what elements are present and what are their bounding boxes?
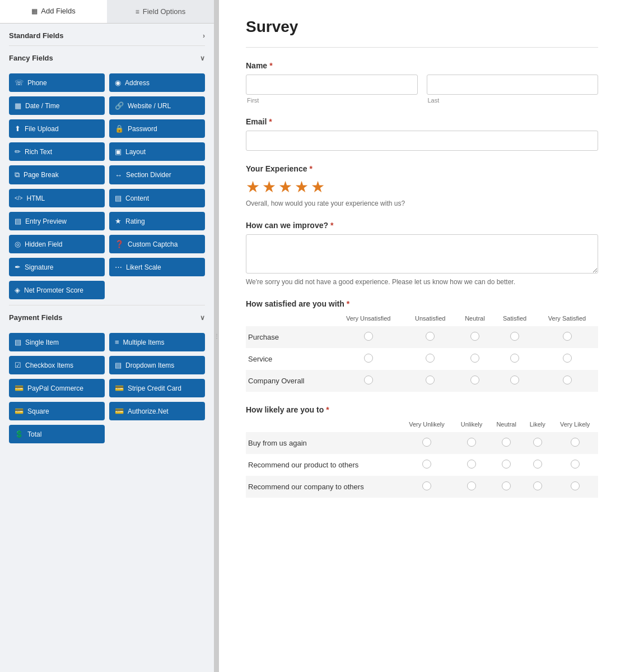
likely-table: Very Unlikely Unlikely Neutral Likely Ve… bbox=[246, 419, 598, 498]
radio-satisfied-2-2[interactable] bbox=[470, 376, 479, 384]
improve-textarea[interactable] bbox=[246, 234, 598, 274]
tab-add-fields[interactable]: ▦ Add Fields bbox=[0, 0, 107, 23]
field-btn-total[interactable]: 💲 Total bbox=[9, 425, 105, 443]
improve-required: * bbox=[330, 221, 333, 230]
fancy-fields-chevron[interactable]: ∨ bbox=[200, 54, 205, 62]
radio-satisfied-1-2[interactable] bbox=[470, 354, 479, 363]
field-btn-datetime[interactable]: ▦ Date / Time bbox=[9, 96, 105, 115]
field-btn-stripe[interactable]: 💳 Stripe Credit Card bbox=[109, 379, 205, 397]
page-break-icon: ⧉ bbox=[15, 170, 20, 179]
field-btn-authorizenet[interactable]: 💳 Authorize.Net bbox=[109, 402, 205, 420]
star-3[interactable]: ★ bbox=[278, 178, 292, 196]
radio-likely-1-1[interactable] bbox=[467, 460, 476, 469]
radio-satisfied-0-1[interactable] bbox=[426, 332, 435, 341]
name-first-input[interactable] bbox=[246, 75, 418, 95]
file-upload-icon: ⬆ bbox=[15, 124, 21, 133]
field-btn-paypal[interactable]: 💳 PayPal Commerce bbox=[9, 379, 105, 397]
radio-satisfied-2-1[interactable] bbox=[426, 376, 435, 384]
satisfied-header-row: Very Unsatisfied Unsatisfied Neutral Sat… bbox=[246, 313, 598, 326]
radio-likely-1-4[interactable] bbox=[571, 460, 580, 469]
resize-handle[interactable]: ⋮ bbox=[214, 0, 219, 672]
name-required: * bbox=[269, 61, 272, 70]
field-btn-section-divider[interactable]: ↔ Section Divider bbox=[109, 165, 205, 184]
tab-field-options[interactable]: ≡ Field Options bbox=[107, 0, 214, 23]
field-btn-signature[interactable]: ✒ Signature bbox=[9, 258, 105, 276]
name-label: Name * bbox=[246, 61, 598, 70]
field-btn-website[interactable]: 🔗 Website / URL bbox=[109, 96, 205, 115]
radio-likely-0-4[interactable] bbox=[571, 438, 580, 447]
field-btn-rating[interactable]: ★ Rating bbox=[109, 212, 205, 230]
likely-row-2: Recommend our company to others bbox=[246, 476, 598, 498]
field-btn-dropdown-items[interactable]: ▤ Dropdown Items bbox=[109, 356, 205, 374]
radio-likely-0-1[interactable] bbox=[467, 438, 476, 447]
radio-satisfied-1-4[interactable] bbox=[563, 354, 572, 363]
satisfied-row-2: Company Overall bbox=[246, 370, 598, 392]
field-btn-layout[interactable]: ▣ Layout bbox=[109, 142, 205, 161]
radio-satisfied-0-3[interactable] bbox=[510, 332, 519, 341]
standard-fields-chevron[interactable]: › bbox=[203, 32, 205, 40]
custom-captcha-icon: ❓ bbox=[115, 240, 124, 248]
radio-likely-1-0[interactable] bbox=[422, 460, 431, 469]
email-input[interactable] bbox=[246, 131, 598, 151]
field-btn-rich-text[interactable]: ✏ Rich Text bbox=[9, 142, 105, 161]
field-btn-file-upload[interactable]: ⬆ File Upload bbox=[9, 119, 105, 138]
radio-satisfied-2-4[interactable] bbox=[563, 376, 572, 384]
radio-satisfied-2-0[interactable] bbox=[364, 376, 373, 384]
radio-likely-0-0[interactable] bbox=[422, 438, 431, 447]
radio-satisfied-0-2[interactable] bbox=[470, 332, 479, 341]
radio-satisfied-1-3[interactable] bbox=[510, 354, 519, 363]
likely-col-2: Neutral bbox=[489, 419, 523, 432]
field-btn-entry-preview[interactable]: ▤ Entry Preview bbox=[9, 212, 105, 230]
radio-satisfied-1-1[interactable] bbox=[426, 354, 435, 363]
field-btn-page-break[interactable]: ⧉ Page Break bbox=[9, 165, 105, 184]
radio-likely-1-3[interactable] bbox=[533, 460, 542, 469]
improve-helper: We're sorry you did not have a good expe… bbox=[246, 278, 598, 286]
field-btn-password[interactable]: 🔒 Password bbox=[109, 119, 205, 138]
radio-satisfied-0-0[interactable] bbox=[364, 332, 373, 341]
paypal-icon: 💳 bbox=[15, 384, 24, 392]
experience-label: Your Experience * bbox=[246, 164, 598, 173]
radio-satisfied-2-3[interactable] bbox=[510, 376, 519, 384]
radio-likely-2-0[interactable] bbox=[422, 481, 431, 490]
radio-likely-0-2[interactable] bbox=[502, 438, 511, 447]
radio-likely-2-4[interactable] bbox=[571, 481, 580, 490]
radio-likely-0-3[interactable] bbox=[533, 438, 542, 447]
satisfied-col-2: Neutral bbox=[456, 313, 493, 326]
satisfied-table: Very Unsatisfied Unsatisfied Neutral Sat… bbox=[246, 313, 598, 392]
radio-satisfied-0-4[interactable] bbox=[563, 332, 572, 341]
star-1[interactable]: ★ bbox=[246, 178, 260, 196]
field-btn-multiple-items[interactable]: ≡ Multiple Items bbox=[109, 333, 205, 351]
star-4[interactable]: ★ bbox=[295, 178, 309, 196]
payment-fields-chevron[interactable]: ∨ bbox=[200, 314, 205, 322]
tabs-bar: ▦ Add Fields ≡ Field Options bbox=[0, 0, 214, 24]
checkbox-items-icon: ☑ bbox=[15, 361, 21, 369]
field-btn-address[interactable]: ◉ Address bbox=[109, 73, 205, 92]
likely-col-0: Very Unlikely bbox=[400, 419, 454, 432]
field-btn-net-promoter-score[interactable]: ◈ Net Promoter Score bbox=[9, 281, 105, 299]
phone-icon: ☏ bbox=[15, 78, 24, 87]
field-btn-custom-captcha[interactable]: ❓ Custom Captcha bbox=[109, 235, 205, 253]
field-btn-content[interactable]: ▤ Content bbox=[109, 189, 205, 207]
multiple-items-icon: ≡ bbox=[115, 338, 119, 346]
star-2[interactable]: ★ bbox=[262, 178, 276, 196]
star-rating[interactable]: ★ ★ ★ ★ ★ bbox=[246, 178, 598, 196]
field-btn-html[interactable]: </> HTML bbox=[9, 189, 105, 207]
radio-likely-2-2[interactable] bbox=[502, 481, 511, 490]
signature-icon: ✒ bbox=[15, 263, 21, 271]
radio-likely-1-2[interactable] bbox=[502, 460, 511, 469]
likely-row-0: Buy from us again bbox=[246, 432, 598, 454]
field-btn-likert-scale[interactable]: ⋯ Likert Scale bbox=[109, 258, 205, 276]
name-last-input[interactable] bbox=[427, 75, 599, 95]
radio-likely-2-3[interactable] bbox=[533, 481, 542, 490]
field-btn-square[interactable]: 💳 Square bbox=[9, 402, 105, 420]
radio-likely-2-1[interactable] bbox=[467, 481, 476, 490]
field-btn-single-item[interactable]: ▤ Single Item bbox=[9, 333, 105, 351]
field-btn-checkbox-items[interactable]: ☑ Checkbox Items bbox=[9, 356, 105, 374]
field-btn-phone[interactable]: ☏ Phone bbox=[9, 73, 105, 92]
field-btn-hidden-field[interactable]: ◎ Hidden Field bbox=[9, 235, 105, 253]
star-5[interactable]: ★ bbox=[311, 178, 325, 196]
radio-satisfied-1-0[interactable] bbox=[364, 354, 373, 363]
field-options-icon: ≡ bbox=[136, 8, 139, 16]
payment-fields-section: Payment Fields ∨ bbox=[0, 305, 214, 327]
likert-scale-icon: ⋯ bbox=[115, 263, 122, 271]
